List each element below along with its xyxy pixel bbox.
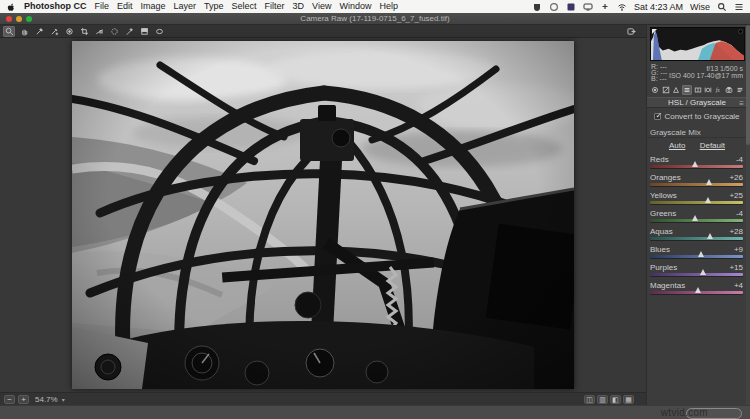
menu-item-help[interactable]: Help: [379, 0, 398, 13]
slider-thumb[interactable]: [692, 161, 698, 167]
menu-item-3d[interactable]: 3D: [293, 0, 305, 13]
shot-info: f/13 1/500 s ISO 400 17-40@17 mm: [669, 65, 743, 79]
plugin-icon[interactable]: [532, 2, 542, 12]
slider-track[interactable]: [650, 183, 743, 186]
panel-scrollbar[interactable]: [746, 25, 750, 405]
panel-tab-presets[interactable]: [735, 85, 745, 95]
zoom-level-value[interactable]: 54.7%: [35, 395, 58, 404]
wifi-icon[interactable]: [617, 2, 627, 12]
menubar-user[interactable]: Wise: [690, 2, 710, 12]
slider-track[interactable]: [650, 201, 743, 204]
panel-tab-split-toning[interactable]: [693, 85, 703, 95]
camera-circle-icon[interactable]: [549, 2, 559, 12]
panel-tab-hsl-grayscale[interactable]: [682, 85, 692, 95]
graduated-filter-tool-icon[interactable]: [138, 26, 150, 37]
camera-raw-window: Camera Raw (17-119-0715_6_7_fused.tif): [0, 13, 750, 419]
canvas-footer: − + 54.7% ▾ ◫▥◧▦: [0, 392, 646, 405]
shadow-clipping-icon[interactable]: [652, 29, 657, 34]
airplay-icon[interactable]: [600, 2, 610, 12]
minimize-window-button[interactable]: [16, 16, 22, 22]
menu-item-filter[interactable]: Filter: [265, 0, 285, 13]
macos-menubar: Photoshop CCFileEditImageLayerTypeSelect…: [0, 0, 750, 13]
spot-removal-tool-icon[interactable]: [108, 26, 120, 37]
before-after-split-button[interactable]: ◧: [610, 395, 621, 404]
default-link[interactable]: Default: [700, 141, 725, 150]
slider-label: Blues: [650, 245, 670, 254]
color-sampler-tool-icon[interactable]: [48, 26, 60, 37]
panel-tab-basic[interactable]: [650, 85, 660, 95]
slider-track[interactable]: [650, 273, 743, 276]
slider-thumb[interactable]: [707, 233, 713, 239]
zoom-level-dropdown-icon[interactable]: ▾: [62, 396, 65, 403]
scrollbar-thumb[interactable]: [746, 25, 750, 145]
menu-item-window[interactable]: Window: [339, 0, 371, 13]
convert-to-grayscale-row[interactable]: ✓Convert to Grayscale: [647, 112, 747, 121]
before-after-lr-button[interactable]: ▥: [597, 395, 608, 404]
histogram[interactable]: [650, 27, 745, 61]
spotlight-search-icon[interactable]: [717, 2, 727, 12]
convert-to-grayscale-checkbox[interactable]: ✓: [654, 113, 661, 120]
panel-tab-tone-curve[interactable]: [661, 85, 671, 95]
swap-settings-button[interactable]: ▦: [623, 395, 634, 404]
white-balance-tool-icon[interactable]: [33, 26, 45, 37]
desktop: Photoshop CCFileEditImageLayerTypeSelect…: [0, 0, 750, 419]
menubar-clock[interactable]: Sat 4:23 AM: [634, 2, 683, 12]
slider-reds: Reds-4: [650, 154, 743, 172]
preview-toggle-button[interactable]: ◫: [584, 395, 595, 404]
slider-purples: Purples+15: [650, 262, 743, 280]
panel-tab-detail[interactable]: [671, 85, 681, 95]
crop-tool-icon[interactable]: [78, 26, 90, 37]
menu-item-edit[interactable]: Edit: [117, 0, 133, 13]
slider-label: Purples: [650, 263, 677, 272]
slider-blues: Blues+9: [650, 244, 743, 262]
slider-label: Oranges: [650, 173, 681, 182]
menu-item-select[interactable]: Select: [232, 0, 257, 13]
menu-item-photoshop-cc[interactable]: Photoshop CC: [24, 0, 87, 13]
slider-thumb[interactable]: [700, 269, 706, 275]
exposure-info: f/13 1/500 s: [669, 65, 743, 72]
close-window-button[interactable]: [6, 16, 12, 22]
panel-header: HSL / Grayscale ≡: [647, 97, 747, 108]
iso-lens-info: ISO 400 17-40@17 mm: [669, 72, 743, 79]
zoom-in-button[interactable]: +: [18, 395, 29, 404]
menu-item-view[interactable]: View: [312, 0, 331, 13]
slider-value: -4: [736, 209, 743, 218]
auto-link[interactable]: Auto: [669, 141, 685, 150]
menu-item-image[interactable]: Image: [141, 0, 166, 13]
svg-text:fx: fx: [716, 87, 721, 93]
window-titlebar[interactable]: Camera Raw (17-119-0715_6_7_fused.tif): [0, 13, 750, 25]
menu-item-type[interactable]: Type: [204, 0, 224, 13]
slider-thumb[interactable]: [705, 197, 711, 203]
panel-tab-lens-corrections[interactable]: [703, 85, 713, 95]
slider-thumb[interactable]: [695, 287, 701, 293]
slider-track[interactable]: [650, 237, 743, 240]
menu-item-layer[interactable]: Layer: [174, 0, 197, 13]
panel-tab-effects[interactable]: fx: [714, 85, 724, 95]
photo-cockpit-bw: [72, 41, 574, 389]
targeted-adjustment-tool-icon[interactable]: [63, 26, 75, 37]
slider-track[interactable]: [650, 255, 743, 258]
hand-tool-icon[interactable]: [18, 26, 30, 37]
slider-oranges: Oranges+26: [650, 172, 743, 190]
panel-menu-icon[interactable]: ≡: [739, 98, 744, 109]
straighten-tool-icon[interactable]: [93, 26, 105, 37]
menu-item-file[interactable]: File: [95, 0, 110, 13]
slider-thumb[interactable]: [692, 215, 698, 221]
highlight-clipping-icon[interactable]: [738, 29, 743, 34]
slider-thumb[interactable]: [698, 251, 704, 257]
notification-list-icon[interactable]: [734, 2, 744, 12]
zoom-window-button[interactable]: [26, 16, 32, 22]
zoom-tool-icon[interactable]: [3, 26, 15, 37]
slider-thumb[interactable]: [706, 179, 712, 185]
display-icon[interactable]: [583, 2, 593, 12]
adjustment-brush-tool-icon[interactable]: [123, 26, 135, 37]
apple-menu-icon[interactable]: [6, 2, 16, 12]
image-preview-canvas[interactable]: [0, 38, 646, 392]
purple-square-icon[interactable]: [566, 2, 576, 12]
radial-filter-tool-icon[interactable]: [153, 26, 165, 37]
open-panel-icon[interactable]: [625, 26, 637, 37]
slider-value: +28: [729, 227, 743, 236]
vignette: [72, 41, 574, 389]
zoom-out-button[interactable]: −: [4, 395, 15, 404]
panel-tab-camera-calibration[interactable]: [724, 85, 734, 95]
